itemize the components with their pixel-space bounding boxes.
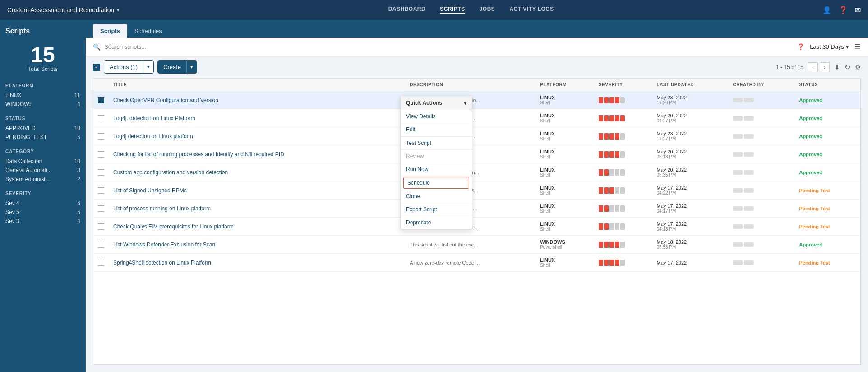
qa-test-script[interactable]: Test Script bbox=[401, 137, 472, 150]
sidebar-item-sev5[interactable]: Sev 5 5 bbox=[5, 208, 80, 217]
script-title-link[interactable]: Checking for list of running processes a… bbox=[113, 151, 284, 158]
row-checkbox[interactable] bbox=[98, 151, 104, 158]
script-title-link[interactable]: List Windows Defender Exclusion for Scan bbox=[113, 242, 215, 248]
actions-button-chevron: ▾ bbox=[143, 61, 153, 73]
row-checkbox[interactable] bbox=[98, 169, 104, 176]
category-sa-label: System Administ... bbox=[5, 176, 50, 182]
qa-export-script[interactable]: Export Script bbox=[401, 203, 472, 216]
actions-button[interactable]: Actions (1) ▾ bbox=[104, 60, 154, 74]
script-title-link[interactable]: Check Qualys FIM prerequisites for Linux… bbox=[113, 223, 234, 230]
row-checkbox[interactable] bbox=[98, 205, 104, 212]
qa-clone[interactable]: Clone bbox=[401, 190, 472, 203]
col-created-by[interactable]: CREATED BY bbox=[728, 79, 794, 91]
hamburger-icon[interactable]: ☰ bbox=[854, 42, 861, 51]
col-platform[interactable]: PLATFORM bbox=[536, 79, 594, 91]
col-severity[interactable]: SEVERITY bbox=[594, 79, 652, 91]
row-checkbox[interactable]: ✓ bbox=[98, 97, 104, 103]
scripts-table-container: TITLE DESCRIPTION PLATFORM SEVERITY LAST… bbox=[93, 78, 861, 365]
prev-page-button[interactable]: ‹ bbox=[808, 62, 818, 72]
script-last-updated: May 20, 202204:27 PM bbox=[652, 109, 729, 127]
qa-deprecate[interactable]: Deprecate bbox=[401, 216, 472, 229]
tab-schedules[interactable]: Schedules bbox=[127, 24, 169, 38]
pagination-text: 1 - 15 of 15 bbox=[776, 64, 803, 70]
nav-dashboard[interactable]: DASHBOARD bbox=[388, 6, 426, 14]
table-header-row: TITLE DESCRIPTION PLATFORM SEVERITY LAST… bbox=[93, 79, 860, 91]
help-icon[interactable]: ❓ bbox=[839, 6, 848, 14]
refresh-icon[interactable]: ↻ bbox=[845, 63, 850, 71]
nav-activity-logs[interactable]: ACTIVITY LOGS bbox=[509, 6, 554, 14]
sidebar-item-windows[interactable]: WINDOWS 4 bbox=[5, 100, 80, 109]
create-button[interactable]: Create ▾ bbox=[157, 60, 197, 74]
nav-jobs[interactable]: JOBS bbox=[480, 6, 495, 14]
row-checkbox[interactable] bbox=[98, 242, 104, 248]
script-status: Approved bbox=[795, 145, 860, 163]
script-title-link[interactable]: Log4j. detection on Linux Platform bbox=[113, 115, 195, 121]
script-platform: LINUXShell bbox=[536, 127, 594, 145]
script-severity bbox=[594, 163, 652, 181]
sidebar-item-pending-test[interactable]: PENDING_TEST 5 bbox=[5, 133, 80, 142]
col-title[interactable]: TITLE bbox=[109, 79, 405, 91]
next-page-button[interactable]: › bbox=[820, 62, 830, 72]
col-status[interactable]: STATUS bbox=[795, 79, 860, 91]
row-checkbox[interactable] bbox=[98, 115, 104, 121]
table-row: List Windows Defender Exclusion for Scan… bbox=[93, 236, 860, 254]
script-title-link[interactable]: List of Signed Unsigned RPMs bbox=[113, 187, 187, 194]
col-last-updated[interactable]: LAST UPDATED bbox=[652, 79, 729, 91]
tab-scripts[interactable]: Scripts bbox=[93, 24, 127, 38]
app-title-area[interactable]: Custom Assessment and Remediation ▾ bbox=[7, 6, 120, 14]
category-section: CATEGORY Data Collection 10 General Auto… bbox=[5, 149, 80, 184]
date-filter-dropdown[interactable]: Last 30 Days ▾ bbox=[810, 43, 849, 50]
platform-linux-label: LINUX bbox=[5, 92, 21, 98]
qa-schedule[interactable]: Schedule bbox=[403, 177, 469, 189]
sidebar-item-approved[interactable]: APPROVED 10 bbox=[5, 124, 80, 133]
script-last-updated: May 23, 202211:27 PM bbox=[652, 127, 729, 145]
script-platform: LINUXShell bbox=[536, 91, 594, 109]
scripts-table: TITLE DESCRIPTION PLATFORM SEVERITY LAST… bbox=[93, 79, 860, 272]
table-row: Spring4Shell detection on Linux Platform… bbox=[93, 254, 860, 272]
sev5-count: 5 bbox=[77, 209, 80, 215]
category-dc-label: Data Collection bbox=[5, 158, 42, 164]
script-last-updated: May 18, 202205:53 PM bbox=[652, 236, 729, 254]
table-row: List of Signed Unsigned RPMsList all sig… bbox=[93, 181, 860, 200]
sidebar-item-sev3[interactable]: Sev 3 4 bbox=[5, 217, 80, 226]
row-checkbox[interactable] bbox=[98, 133, 104, 140]
script-title-link[interactable]: Check OpenVPN Configuration and Version bbox=[113, 97, 218, 103]
quick-actions-chevron[interactable]: ▾ bbox=[464, 100, 466, 106]
row-checkbox[interactable] bbox=[98, 260, 104, 266]
script-last-updated: May 20, 202205:35 PM bbox=[652, 163, 729, 181]
script-title-link[interactable]: List of process running on Linux platfor… bbox=[113, 205, 211, 212]
search-bar: 🔍 ❓ Last 30 Days ▾ ☰ bbox=[86, 38, 868, 56]
nav-scripts[interactable]: SCRIPTS bbox=[440, 6, 465, 14]
script-platform: LINUXShell bbox=[536, 218, 594, 236]
qa-view-details[interactable]: View Details bbox=[401, 110, 472, 123]
user-icon[interactable]: 👤 bbox=[822, 6, 831, 14]
select-all-checkbox[interactable]: ✓ bbox=[93, 64, 100, 71]
table-row: Custom app configuration and version det… bbox=[93, 163, 860, 181]
row-checkbox[interactable] bbox=[98, 223, 104, 230]
sidebar-item-general-auto[interactable]: General Automati... 3 bbox=[5, 166, 80, 175]
col-description[interactable]: DESCRIPTION bbox=[405, 79, 536, 91]
script-created-by bbox=[728, 109, 794, 127]
total-count: 15 bbox=[5, 44, 80, 66]
script-title-link[interactable]: Spring4Shell detection on Linux Platform bbox=[113, 260, 211, 266]
search-input[interactable] bbox=[104, 43, 797, 50]
search-help-icon[interactable]: ❓ bbox=[797, 43, 804, 50]
script-severity bbox=[594, 200, 652, 218]
table-row: ✓Check OpenVPN Configuration and Version… bbox=[93, 91, 860, 109]
qa-edit[interactable]: Edit bbox=[401, 123, 472, 136]
download-icon[interactable]: ⬇ bbox=[834, 63, 840, 71]
script-status: Approved bbox=[795, 236, 860, 254]
script-title-link[interactable]: Custom app configuration and version det… bbox=[113, 169, 228, 176]
sidebar-item-sys-admin[interactable]: System Administ... 2 bbox=[5, 175, 80, 184]
script-status: Approved bbox=[795, 127, 860, 145]
sidebar-item-sev4[interactable]: Sev 4 6 bbox=[5, 199, 80, 208]
qa-run-now[interactable]: Run Now bbox=[401, 163, 472, 176]
mail-icon[interactable]: ✉ bbox=[855, 6, 861, 14]
sidebar-item-linux[interactable]: LINUX 11 bbox=[5, 91, 80, 100]
status-pending-label: PENDING_TEST bbox=[5, 134, 47, 140]
settings-icon[interactable]: ⚙ bbox=[855, 63, 861, 71]
script-title-link[interactable]: Log4j detection on Linux platform bbox=[113, 133, 193, 140]
app-title-chevron[interactable]: ▾ bbox=[117, 7, 120, 13]
sidebar-item-data-collection[interactable]: Data Collection 10 bbox=[5, 157, 80, 166]
row-checkbox[interactable] bbox=[98, 187, 104, 194]
